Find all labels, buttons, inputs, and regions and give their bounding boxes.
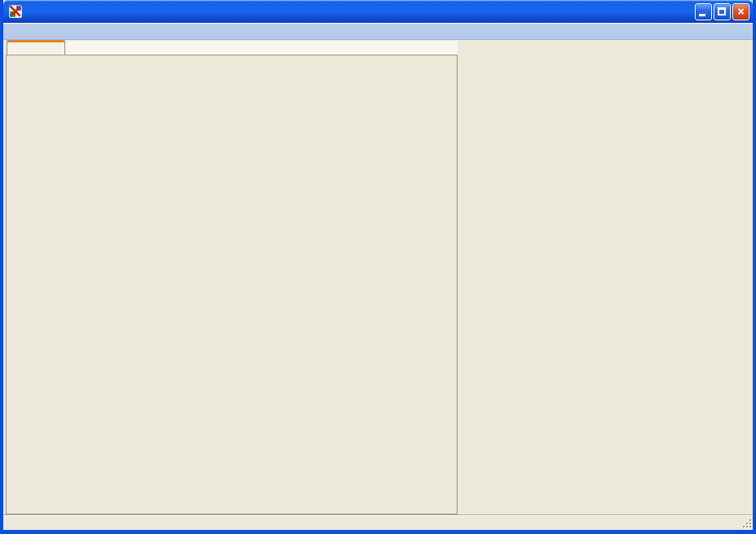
tab-set1-e1[interactable] [7, 40, 65, 55]
close-icon: × [733, 4, 749, 20]
glow-curve-chart-panel [6, 55, 458, 514]
glow-curve-chart [7, 55, 457, 514]
app-window: × [0, 0, 756, 534]
parameter-panel [458, 40, 742, 514]
app-icon [8, 4, 23, 19]
menu-bar [3, 23, 753, 40]
close-button[interactable]: × [732, 3, 749, 20]
maximize-icon [718, 7, 726, 15]
status-bar [3, 514, 753, 530]
tab-strip [6, 41, 458, 55]
minimize-button[interactable] [695, 3, 712, 20]
resize-grip-icon[interactable] [741, 518, 752, 528]
minimize-icon [699, 14, 705, 16]
main-area [3, 40, 753, 514]
maximize-button[interactable] [714, 3, 731, 20]
title-bar[interactable]: × [3, 0, 753, 23]
